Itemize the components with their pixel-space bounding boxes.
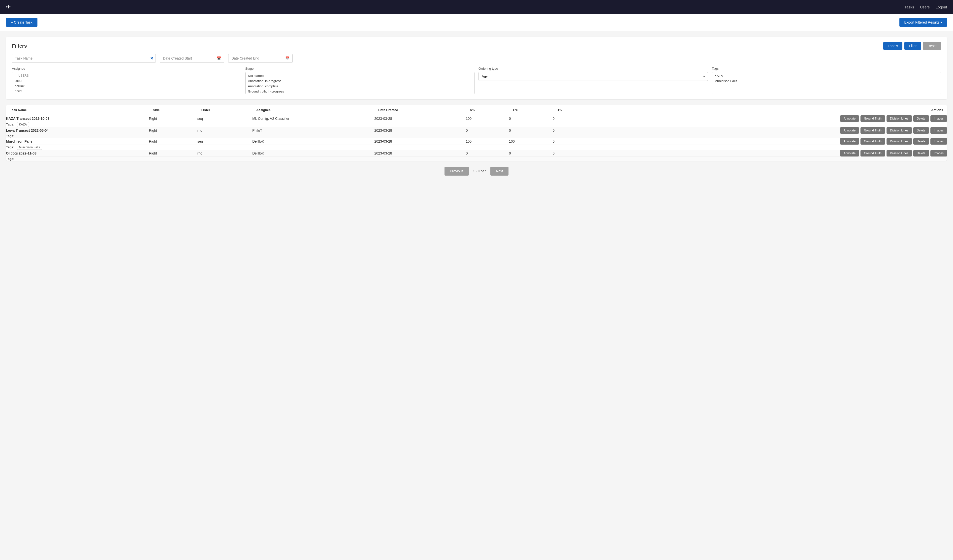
cell-side: Right: [149, 115, 197, 122]
images-button[interactable]: Images: [930, 138, 947, 144]
reset-button[interactable]: Reset: [923, 42, 941, 50]
th-d-pct: D%: [553, 105, 596, 115]
create-task-button[interactable]: + Create Task: [6, 18, 37, 27]
images-button[interactable]: Images: [930, 115, 947, 122]
table-row: Ol Jogi 2022-11-03 Right rnd DelilloK 20…: [6, 150, 947, 157]
tags-label: Tags:: [6, 145, 14, 149]
table-tags-row: Tags: KAZA: [6, 122, 947, 127]
cell-task-name: Ol Jogi 2022-11-03: [6, 150, 149, 157]
toolbar: + Create Task Export Filtered Results ▾: [0, 14, 953, 31]
cell-tags: Tags: KAZA: [6, 122, 947, 127]
task-name-input[interactable]: [12, 54, 156, 63]
next-button[interactable]: Next: [490, 167, 509, 175]
images-button[interactable]: Images: [930, 150, 947, 157]
cell-d-pct: 0: [553, 150, 596, 157]
annotate-button[interactable]: Annotate: [840, 127, 859, 134]
annotate-button[interactable]: Annotate: [840, 115, 859, 122]
cell-g-pct: 0: [509, 115, 553, 122]
delete-button[interactable]: Delete: [913, 127, 929, 134]
cell-side: Right: [149, 150, 197, 157]
action-buttons: Annotate Ground Truth Division Lines Del…: [596, 115, 947, 122]
cell-assignee: DelilloK: [252, 138, 374, 145]
division-lines-button[interactable]: Division Lines: [886, 127, 912, 134]
stage-option-not-started[interactable]: Not started: [245, 73, 475, 78]
table-header: Task Name Side Order Assignee Date Creat…: [6, 105, 947, 115]
action-buttons: Annotate Ground Truth Division Lines Del…: [596, 138, 947, 144]
annotate-button[interactable]: Annotate: [840, 150, 859, 157]
filter-button[interactable]: Filter: [904, 42, 921, 50]
cell-g-pct: 100: [509, 138, 553, 145]
ground-truth-button[interactable]: Ground Truth: [860, 115, 885, 122]
date-end-input[interactable]: 📅: [228, 54, 293, 63]
cell-order: rnd: [197, 150, 253, 157]
labels-button[interactable]: Labels: [883, 42, 902, 50]
stage-option-annotation-complete[interactable]: Annotation: complete: [245, 84, 475, 89]
cell-assignee: ML Config: V2 Classifier: [252, 115, 374, 122]
ordering-label: Ordering type: [478, 67, 708, 70]
nav-tasks[interactable]: Tasks: [905, 5, 914, 9]
stage-label: Stage: [245, 67, 475, 70]
assignee-option-delillok[interactable]: delillok: [12, 83, 241, 88]
stage-listbox[interactable]: Not started Annotation: in-progress Anno…: [245, 72, 475, 94]
nav-users[interactable]: Users: [920, 5, 930, 9]
cell-tags: Tags:: [6, 157, 947, 161]
export-button[interactable]: Export Filtered Results ▾: [899, 18, 947, 27]
delete-button[interactable]: Delete: [913, 115, 929, 122]
nav-logout[interactable]: Logout: [936, 5, 947, 9]
th-actions: Actions: [596, 105, 947, 115]
ground-truth-button[interactable]: Ground Truth: [860, 138, 885, 144]
date-start-field[interactable]: [163, 56, 217, 60]
ground-truth-button[interactable]: Ground Truth: [860, 127, 885, 134]
date-end-field[interactable]: [231, 56, 285, 60]
action-buttons: Annotate Ground Truth Division Lines Del…: [596, 150, 947, 157]
ground-truth-button[interactable]: Ground Truth: [860, 150, 885, 157]
tag-option-murchison-falls[interactable]: Murchison Falls: [712, 78, 941, 84]
cell-side: Right: [149, 138, 197, 145]
cell-side: Right: [149, 127, 197, 134]
main-content: Filters Labels Filter Reset ✕ 📅 📅: [0, 31, 953, 188]
images-button[interactable]: Images: [930, 127, 947, 134]
cell-d-pct: 0: [553, 127, 596, 134]
annotate-button[interactable]: Annotate: [840, 138, 859, 144]
date-start-input[interactable]: 📅: [160, 54, 224, 63]
assignee-option-philot[interactable]: philot: [12, 88, 241, 94]
table-tags-row: Tags:: [6, 134, 947, 138]
tag-option-kaza[interactable]: KAZA: [712, 73, 941, 78]
assignee-option-scout[interactable]: scout: [12, 78, 241, 83]
division-lines-button[interactable]: Division Lines: [886, 115, 912, 122]
calendar-icon: 📅: [217, 56, 221, 60]
table-tags-row: Tags: Murchison Falls: [6, 145, 947, 150]
cell-a-pct: 100: [466, 115, 509, 122]
cell-task-name: Murchison Falls: [6, 138, 149, 145]
clear-icon[interactable]: ✕: [150, 56, 153, 61]
th-task-name: Task Name: [6, 105, 149, 115]
cell-task-name: KAZA Transect 2022-10-03: [6, 115, 149, 122]
cell-assignee: DelilloK: [252, 150, 374, 157]
cell-tags: Tags: Murchison Falls: [6, 145, 947, 150]
cell-g-pct: 0: [509, 127, 553, 134]
cell-order: rnd: [197, 127, 253, 134]
tags-label: Tags:: [6, 157, 14, 161]
cell-actions: Annotate Ground Truth Division Lines Del…: [596, 127, 947, 134]
app-logo: ✈: [6, 3, 11, 11]
stage-filter: Stage Not started Annotation: in-progres…: [245, 67, 475, 94]
assignee-listbox[interactable]: --- USERS --- scout delillok philot: [12, 72, 241, 94]
tags-listbox[interactable]: KAZA Murchison Falls: [712, 72, 941, 94]
cell-assignee: PhiloT: [252, 127, 374, 134]
ordering-select[interactable]: Any: [478, 72, 708, 81]
stage-option-ground-truth-in-progress[interactable]: Ground truth: in-progress: [245, 89, 475, 94]
division-lines-button[interactable]: Division Lines: [886, 138, 912, 144]
tags-filter: Tags KAZA Murchison Falls: [712, 67, 941, 94]
division-lines-button[interactable]: Division Lines: [886, 150, 912, 157]
pagination: Previous 1 - 4 of 4 Next: [6, 161, 947, 181]
stage-option-annotation-in-progress[interactable]: Annotation: in-progress: [245, 78, 475, 84]
delete-button[interactable]: Delete: [913, 150, 929, 157]
cell-actions: Annotate Ground Truth Division Lines Del…: [596, 150, 947, 157]
table-tags-row: Tags:: [6, 157, 947, 161]
delete-button[interactable]: Delete: [913, 138, 929, 144]
cell-actions: Annotate Ground Truth Division Lines Del…: [596, 138, 947, 145]
previous-button[interactable]: Previous: [444, 167, 469, 175]
table-row: KAZA Transect 2022-10-03 Right seq ML Co…: [6, 115, 947, 122]
cell-a-pct: 0: [466, 150, 509, 157]
filters-title: Filters: [12, 43, 27, 49]
